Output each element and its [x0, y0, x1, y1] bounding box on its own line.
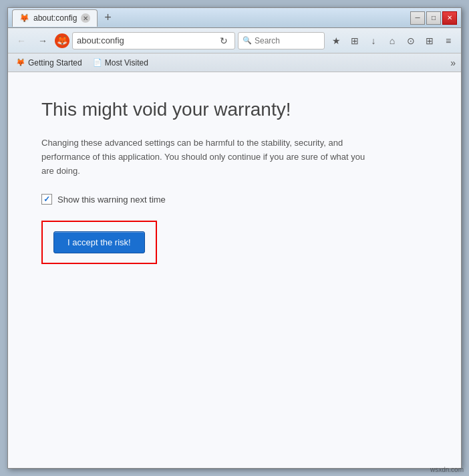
bookmarks-bar: 🦊 Getting Started 📄 Most Visited »	[8, 53, 461, 72]
bookmark-star-button[interactable]: ★	[327, 32, 345, 49]
forward-button[interactable]: →	[33, 31, 52, 50]
back-button[interactable]: ←	[12, 31, 31, 50]
bookmarks-button[interactable]: ⊞	[346, 32, 363, 49]
getting-started-icon: 🦊	[16, 58, 25, 68]
page-content: This might void your warranty! Changing …	[8, 72, 461, 468]
warning-title: This might void your warranty!	[41, 99, 428, 120]
search-icon: 🔍	[243, 36, 252, 45]
tab-label: about:config	[33, 13, 77, 23]
address-input[interactable]	[77, 35, 214, 45]
tab-close-button[interactable]: ✕	[81, 13, 90, 23]
nav-icons: ★ ⊞ ↓ ⌂ ⊙ ⊞ ≡	[327, 32, 457, 49]
close-button[interactable]: ✕	[442, 11, 457, 25]
new-tab-button[interactable]: +	[100, 11, 115, 25]
reload-button[interactable]: ↻	[217, 34, 230, 47]
window-controls: ─ □ ✕	[410, 11, 457, 25]
most-visited-icon: 📄	[93, 58, 102, 68]
watermark: wsxdn.com	[430, 466, 464, 473]
firefox-icon: 🦊	[57, 35, 67, 45]
active-tab[interactable]: 🦊 about:config ✕	[12, 9, 98, 27]
checkbox-row: ✓ Show this warning next time	[41, 194, 428, 205]
navigation-bar: ← → 🦊 ↻ 🔍 ★ ⊞ ↓ ⌂ ⊙ ⊞ ≡	[8, 28, 461, 53]
browser-window: 🦊 about:config ✕ + ─ □ ✕ ← → 🦊 ↻ 🔍 ★	[7, 7, 462, 469]
bookmark-most-visited[interactable]: 📄 Most Visited	[90, 57, 151, 69]
address-bar-container[interactable]: ↻	[72, 32, 235, 49]
firefox-logo: 🦊	[55, 33, 69, 48]
apps-button[interactable]: ⊞	[421, 32, 438, 49]
title-bar: 🦊 about:config ✕ + ─ □ ✕	[8, 8, 461, 28]
checkbox-label: Show this warning next time	[57, 195, 166, 205]
bookmark-getting-started[interactable]: 🦊 Getting Started	[13, 57, 85, 69]
menu-button[interactable]: ≡	[440, 32, 457, 49]
accept-risk-button[interactable]: I accept the risk!	[53, 231, 145, 253]
pocket-button[interactable]: ⊙	[402, 32, 420, 49]
accept-container: I accept the risk!	[41, 221, 157, 264]
show-warning-checkbox[interactable]: ✓	[41, 194, 52, 205]
search-input[interactable]	[255, 36, 315, 45]
most-visited-label: Most Visited	[105, 58, 148, 68]
tab-favicon: 🦊	[19, 13, 29, 23]
restore-button[interactable]: □	[426, 11, 441, 25]
search-box[interactable]: 🔍	[238, 32, 325, 49]
minimize-button[interactable]: ─	[410, 11, 425, 25]
home-button[interactable]: ⌂	[383, 32, 401, 49]
warning-body: Changing these advanced settings can be …	[41, 136, 375, 178]
getting-started-label: Getting Started	[28, 58, 82, 68]
title-bar-left: 🦊 about:config ✕ +	[12, 9, 115, 27]
download-button[interactable]: ↓	[365, 32, 382, 49]
bookmarks-more-button[interactable]: »	[450, 57, 456, 68]
checkbox-check-icon: ✓	[43, 195, 50, 204]
